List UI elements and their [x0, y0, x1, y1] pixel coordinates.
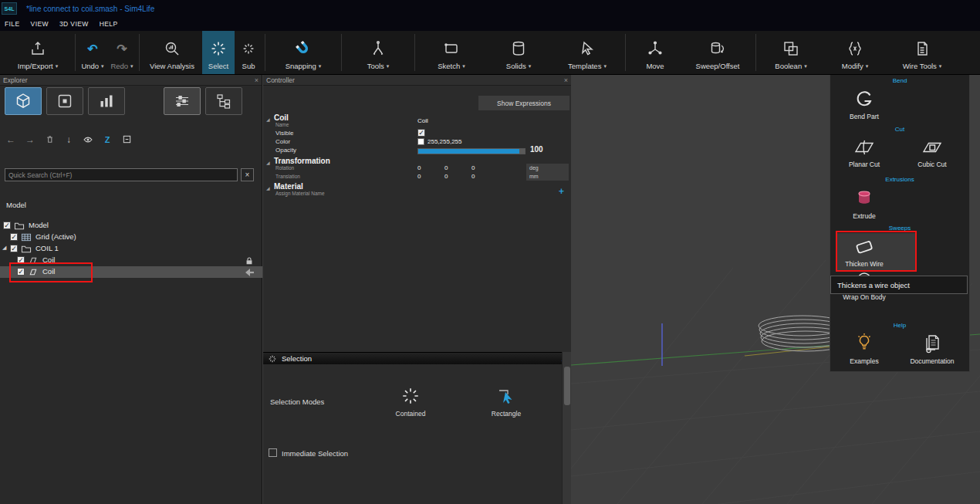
vertical-scrollbar[interactable] — [562, 352, 571, 504]
toolbar-button-move[interactable]: Move — [628, 31, 682, 74]
tree-row-coil-locked[interactable]: ✓ Coil — [0, 255, 262, 266]
quick-search-input[interactable] — [5, 168, 238, 181]
selection-header[interactable]: Selection ◢ — [263, 352, 571, 364]
toolbar-separator — [265, 34, 265, 71]
analysis-tab-button[interactable] — [88, 87, 125, 115]
toolbar-button-snapping[interactable]: Snapping▾ — [268, 31, 339, 74]
tree-checkbox[interactable]: ✓ — [3, 222, 11, 229]
tree-checkbox[interactable]: ✓ — [10, 233, 18, 241]
chevron-down-icon[interactable]: ▾ — [866, 63, 869, 69]
menu-item-documentation[interactable]: Documentation — [898, 332, 966, 365]
toolbar-button-sweep-offset[interactable]: Sweep/Offset — [682, 31, 753, 74]
import-down-arrow-icon[interactable]: ↓ — [63, 134, 75, 145]
add-material-button[interactable]: + — [559, 186, 564, 197]
toolbar-button-undo[interactable]: ↶ Undo▾ — [78, 31, 107, 74]
collapse-icon[interactable]: ◢ — [266, 160, 270, 165]
toolbar-button-tools[interactable]: Tools▾ — [344, 31, 412, 74]
menu-item-label: Documentation — [910, 357, 954, 365]
toolbar-button-boolean[interactable]: Boolean▾ — [759, 31, 823, 74]
collapse-icon[interactable]: ◢ — [266, 185, 270, 191]
immediate-selection-checkbox[interactable] — [269, 448, 277, 457]
chevron-down-icon[interactable]: ▾ — [603, 63, 607, 69]
menu-bar: FILE VIEW 3D VIEW HELP — [0, 17, 980, 31]
menu-file[interactable]: FILE — [5, 20, 20, 28]
menu-item-extrude[interactable]: Extrude — [830, 187, 898, 220]
visibility-eye-icon[interactable] — [82, 134, 94, 145]
toolbar-label: Boolean — [775, 62, 802, 70]
delete-icon[interactable] — [43, 134, 56, 145]
close-icon[interactable]: × — [564, 76, 568, 84]
visible-checkbox[interactable]: ✓ — [417, 129, 425, 137]
expand-icon[interactable]: ◢ — [2, 245, 6, 251]
chevron-down-icon[interactable]: ▾ — [130, 63, 133, 69]
tree-row-grid[interactable]: ✓ Grid (Active) — [0, 232, 262, 243]
hierarchy-view-button[interactable] — [205, 87, 242, 115]
tree-checkbox[interactable]: ✓ — [10, 245, 18, 252]
model-tab-button[interactable] — [5, 87, 42, 115]
toolbar-button-wire-tools[interactable]: Wire Tools▾ — [887, 31, 958, 74]
chevron-down-icon[interactable]: ▾ — [529, 63, 532, 69]
name-value[interactable]: Coil — [417, 117, 428, 124]
toolbar-separator — [341, 34, 342, 71]
undo-icon: ↶ — [87, 38, 97, 59]
boolean-icon — [782, 38, 800, 59]
chevron-down-icon[interactable]: ▾ — [804, 63, 807, 69]
tree-checkbox[interactable]: ✓ — [17, 268, 25, 276]
translation-y[interactable]: 0 — [444, 173, 448, 180]
properties-view-button[interactable] — [164, 87, 201, 115]
window-title: *line connect to coil.smash - Sim4Life — [26, 5, 154, 13]
rotation-z[interactable]: 0 — [471, 164, 475, 171]
tree-row-model[interactable]: ✓ Model — [0, 220, 262, 232]
menu-item-cubic-cut[interactable]: Cubic Cut — [898, 137, 966, 168]
tree-row-coil1[interactable]: ◢ ✓ COIL 1 — [0, 243, 262, 255]
menu-3d-view[interactable]: 3D VIEW — [59, 20, 89, 28]
contained-label: Contained — [396, 410, 426, 418]
simulation-tab-button[interactable] — [46, 87, 83, 115]
back-arrow-icon[interactable]: ← — [5, 134, 17, 145]
menu-item-thicken-wire[interactable]: Thicken Wire — [830, 236, 898, 268]
chevron-down-icon[interactable]: ▾ — [56, 63, 59, 69]
opacity-slider[interactable] — [417, 148, 525, 154]
slider-handle[interactable] — [519, 149, 525, 154]
menu-item-bend-part[interactable]: Bend Part — [830, 87, 898, 120]
menu-item-examples[interactable]: Examples — [830, 332, 898, 365]
contained-mode-button[interactable]: Contained — [386, 386, 435, 418]
toolbar-button-sketch[interactable]: Sketch▾ — [417, 31, 485, 74]
collapse-icon[interactable]: ◢ — [266, 117, 270, 122]
menu-view[interactable]: VIEW — [31, 20, 49, 28]
color-swatch[interactable] — [417, 138, 424, 145]
chevron-down-icon[interactable]: ▾ — [387, 63, 390, 69]
forward-arrow-icon[interactable]: → — [24, 134, 36, 145]
chevron-down-icon[interactable]: ▾ — [319, 63, 322, 69]
toolbar-label: Wire Tools — [903, 62, 937, 70]
tree-row-coil-selected[interactable]: ✓ Coil — [0, 266, 262, 278]
group-box-icon[interactable] — [120, 134, 133, 145]
rectangle-mode-button[interactable]: Rectangle — [482, 386, 531, 418]
controller-title: Controller — [266, 76, 295, 84]
menu-item-planar-cut[interactable]: Planar Cut — [830, 137, 898, 168]
sort-z-icon[interactable]: Z — [101, 134, 113, 145]
chevron-down-icon[interactable]: ▾ — [101, 63, 104, 69]
toolbar-button-sub[interactable]: Sub — [235, 31, 262, 74]
menu-help[interactable]: HELP — [100, 20, 118, 28]
scrollbar-thumb[interactable] — [564, 367, 570, 405]
rotation-y[interactable]: 0 — [444, 164, 448, 171]
show-expressions-button[interactable]: Show Expressions — [478, 96, 569, 110]
close-icon[interactable]: × — [255, 76, 259, 84]
toolbar-button-modify[interactable]: Modify▾ — [823, 31, 887, 74]
tree-label: Grid (Active) — [35, 232, 76, 241]
toolbar-button-solids[interactable]: Solids▾ — [485, 31, 552, 74]
translation-x[interactable]: 0 — [417, 173, 421, 180]
chevron-down-icon[interactable]: ▾ — [462, 63, 465, 69]
toolbar-button-imp-export[interactable]: Imp/Export▾ — [3, 31, 73, 74]
toolbar-button-redo[interactable]: ↷ Redo▾ — [107, 31, 137, 74]
toolbar-button-templates[interactable]: Templates▾ — [552, 31, 623, 74]
toolbar-button-view-analysis[interactable]: View Analysis — [142, 31, 202, 74]
chevron-down-icon[interactable]: ▾ — [939, 63, 942, 69]
tree-checkbox[interactable]: ✓ — [17, 256, 25, 264]
translation-z[interactable]: 0 — [471, 173, 475, 180]
search-clear-icon[interactable]: × — [241, 168, 254, 181]
rotation-x[interactable]: 0 — [417, 164, 421, 171]
toolbar-button-select[interactable]: Select — [202, 31, 235, 74]
move-axes-icon — [646, 38, 664, 59]
